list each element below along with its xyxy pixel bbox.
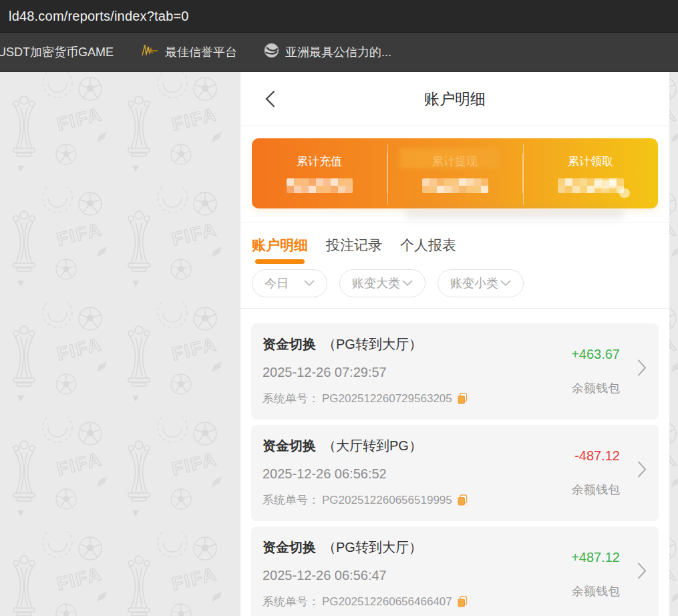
blur-artifact	[404, 208, 625, 219]
page-header: 账户明细	[240, 72, 669, 126]
tx-amount: -487.12	[574, 448, 620, 464]
tab-label: 个人报表	[400, 237, 456, 253]
tab-personal-report[interactable]: 个人报表	[400, 236, 456, 264]
blur-overlay	[399, 148, 500, 168]
chevron-right-icon[interactable]	[637, 460, 647, 480]
divider	[523, 144, 524, 205]
bookmark-usdt-game[interactable]: USDT加密货币GAME	[0, 44, 114, 60]
browser-url-bar[interactable]: ld48.com/reports/index?tab=0	[0, 0, 678, 32]
copy-icon[interactable]	[458, 494, 468, 506]
tx-type: 资金切换	[263, 538, 316, 557]
tx-wallet: 余额钱包	[572, 583, 620, 599]
tab-bet-records[interactable]: 投注记录	[326, 236, 382, 264]
censored-value	[287, 178, 353, 193]
divider	[387, 144, 388, 205]
filter-minor-category-dropdown[interactable]: 账变小类	[438, 269, 524, 297]
transaction-card[interactable]: 资金切换 （PG转到大厅） 2025-12-26 07:29:57 系统单号：P…	[251, 323, 659, 420]
chevron-right-icon[interactable]	[637, 359, 647, 379]
tx-order-number: PG202512260729563205	[322, 392, 452, 406]
summary-label: 累计领取	[568, 154, 613, 169]
tx-direction: （PG转到大厅）	[323, 538, 422, 557]
summary-card-section: 累计充值 累计提现 累计领取	[240, 126, 669, 222]
tx-direction: （PG转到大厅）	[323, 335, 422, 353]
tx-wallet: 余额钱包	[572, 380, 620, 396]
transaction-list: 资金切换 （PG转到大厅） 2025-12-26 07:29:57 系统单号：P…	[240, 309, 669, 616]
censored-value	[422, 178, 488, 193]
tx-wallet: 余额钱包	[572, 482, 620, 498]
filter-date-dropdown[interactable]: 今日	[252, 269, 327, 297]
globe-icon	[264, 43, 279, 61]
blur-artifact	[594, 180, 617, 188]
copy-icon[interactable]	[458, 596, 468, 607]
tx-order-number: PG202512260656519995	[322, 494, 452, 507]
bookmark-label: USDT加密货币GAME	[0, 44, 114, 60]
tx-direction: （大厅转到PG）	[323, 437, 422, 455]
tx-order-number: PG202512260656466407	[322, 595, 452, 609]
summary-label: 累计充值	[297, 154, 342, 169]
transaction-card[interactable]: 资金切换 （大厅转到PG） 2025-12-26 06:56:52 系统单号：P…	[251, 425, 659, 521]
filter-label: 今日	[265, 275, 289, 291]
copy-icon[interactable]	[458, 393, 468, 404]
active-tab-underline	[255, 259, 305, 264]
summary-col-claim: 累计领取	[522, 154, 658, 193]
chevron-down-icon	[304, 280, 315, 287]
account-detail-panel: 账户明细 累计充值 累计提现 累计领取 账户	[240, 72, 669, 616]
chevron-down-icon	[500, 280, 511, 287]
tx-type: 资金切换	[263, 335, 316, 353]
bookmark-label: 亚洲最具公信力的...	[285, 44, 391, 60]
transaction-card[interactable]: 资金切换 （PG转到大厅） 2025-12-26 06:56:47 系统单号：P…	[251, 526, 659, 616]
filter-label: 账变小类	[450, 275, 498, 291]
tx-amount: +463.67	[571, 347, 620, 362]
blur-artifact	[619, 188, 630, 198]
filter-bar: 今日 账变大类 账变小类	[240, 264, 669, 309]
chevron-down-icon	[402, 280, 413, 287]
summary-card: 累计充值 累计提现 累计领取	[252, 138, 658, 208]
filter-major-category-dropdown[interactable]: 账变大类	[339, 269, 426, 297]
summary-col-deposit: 累计充值	[252, 154, 387, 193]
bookmark-label: 最佳信誉平台	[165, 44, 237, 60]
url-text[interactable]: ld48.com/reports/index?tab=0	[9, 9, 189, 24]
filter-label: 账变大类	[352, 275, 400, 291]
chevron-right-icon[interactable]	[637, 562, 647, 582]
tx-order-label: 系统单号：	[263, 594, 319, 609]
tab-label: 账户明细	[252, 237, 308, 253]
back-button[interactable]	[259, 88, 281, 110]
tab-bar: 账户明细 投注记录 个人报表	[240, 222, 669, 264]
bookmark-reputation[interactable]: 最佳信誉平台	[140, 43, 237, 60]
tx-order-label: 系统单号：	[263, 391, 319, 406]
gold-brand-icon	[140, 43, 159, 60]
page-title: 账户明细	[424, 89, 486, 110]
summary-col-withdraw: 累计提现	[387, 154, 522, 193]
tx-amount: +487.12	[571, 550, 620, 565]
tx-type: 资金切换	[263, 437, 316, 455]
chevron-left-icon	[265, 90, 275, 108]
tab-label: 投注记录	[326, 237, 382, 253]
tab-account-detail[interactable]: 账户明细	[252, 236, 308, 264]
bookmark-asia-credibility[interactable]: 亚洲最具公信力的...	[264, 43, 391, 61]
bookmarks-bar: USDT加密货币GAME 最佳信誉平台 亚洲最具公信力的...	[0, 32, 678, 72]
tx-order-label: 系统单号：	[263, 492, 319, 508]
